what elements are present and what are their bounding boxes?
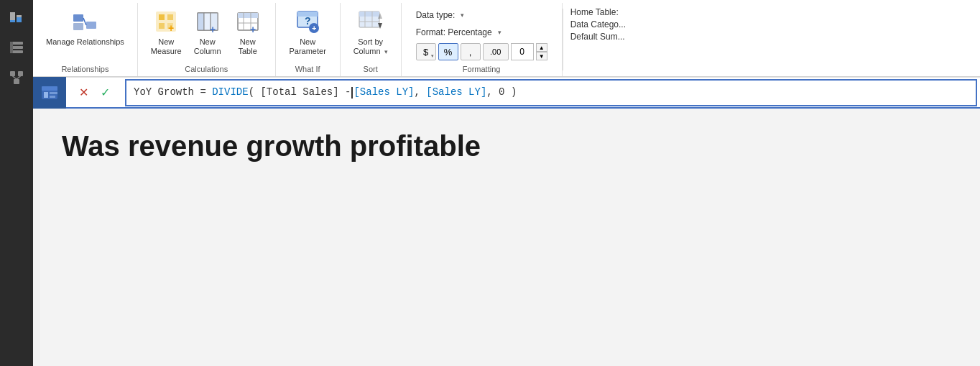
currency-symbol: $ — [423, 47, 428, 58]
ribbon: Manage Relationships Relationships — [33, 0, 980, 77]
svg-rect-2 — [10, 20, 15, 22]
decimal-spinner[interactable]: ▲ ▼ — [536, 43, 547, 60]
sort-by-column-label: Sort byColumn ▾ — [353, 37, 388, 56]
formula-bar: ✕ ✓ YoY Growth = DIVIDE( [Total Sales] -… — [33, 77, 980, 109]
comma-btn[interactable]: , — [461, 43, 481, 60]
ribbon-group-hometable: Home Table: Data Catego... Default Sum..… — [563, 3, 678, 76]
percent-btn[interactable]: % — [438, 43, 458, 60]
datatype-label: Data type: — [416, 10, 456, 20]
formatting-group-label: Formatting — [463, 63, 501, 76]
ribbon-group-formatting: Data type: ▾ Format: Percentage ▾ $ ▾ % — [402, 3, 563, 76]
calculations-group-label: Calculations — [185, 63, 228, 76]
decimal-places-input[interactable] — [511, 43, 534, 60]
formula-text: YoY Growth = DIVIDE( [Total Sales] -[Sal… — [134, 86, 517, 98]
new-column-btn[interactable]: + NewColumn — [189, 6, 226, 59]
svg-rect-18 — [159, 14, 165, 20]
sort-group-label: Sort — [364, 63, 378, 76]
model-view-icon[interactable] — [2, 63, 31, 92]
formula-bar-icon — [33, 77, 66, 109]
svg-rect-47 — [42, 86, 57, 91]
format-controls: $ ▾ % , .00 ▲ ▼ — [412, 42, 552, 62]
relationships-group-label: Relationships — [61, 63, 108, 76]
svg-text:+: + — [210, 24, 216, 33]
svg-text:+: + — [312, 24, 316, 32]
svg-line-11 — [13, 76, 17, 79]
svg-line-12 — [17, 76, 21, 79]
main-content: Manage Relationships Relationships — [33, 0, 980, 366]
report-view-icon[interactable] — [2, 3, 31, 32]
formula-actions: ✕ ✓ — [66, 83, 122, 103]
svg-rect-49 — [50, 92, 57, 94]
new-table-label: NewTable — [239, 37, 257, 56]
decimal-increment-btn[interactable]: ▲ — [536, 43, 547, 52]
svg-rect-15 — [73, 23, 83, 30]
svg-rect-48 — [44, 92, 48, 98]
whatif-group-label: What If — [295, 63, 320, 76]
formula-input[interactable]: YoY Growth = DIVIDE( [Total Sales] -[Sal… — [125, 79, 977, 106]
svg-text:+: + — [168, 22, 174, 33]
formula-fn3: [Sales LY] — [426, 86, 486, 98]
format-label: Format: Percentage — [416, 27, 492, 37]
comma-symbol: , — [469, 47, 472, 58]
datacategory-row: Data Catego... — [570, 19, 671, 29]
svg-rect-50 — [50, 96, 55, 98]
ribbon-group-whatif: ? + NewParameter What If — [276, 3, 341, 76]
datacategory-label: Data Catego... — [570, 19, 626, 29]
formula-cancel-btn[interactable]: ✕ — [73, 83, 93, 103]
decimal-btn[interactable]: .00 — [483, 43, 509, 60]
new-measure-icon: + — [153, 9, 179, 35]
canvas-title: Was revenue growth profitable — [62, 130, 951, 162]
format-row: Format: Percentage ▾ — [412, 24, 552, 39]
svg-rect-10 — [14, 79, 19, 84]
new-parameter-icon: ? + — [295, 9, 320, 35]
decimal-decrement-btn[interactable]: ▼ — [536, 52, 547, 60]
svg-text:+: + — [250, 24, 256, 33]
manage-relationships-btn[interactable]: Manage Relationships — [42, 6, 129, 50]
svg-rect-40 — [359, 12, 379, 17]
manage-relationships-label: Manage Relationships — [46, 37, 124, 47]
svg-rect-20 — [159, 23, 165, 29]
datatype-row: Data type: ▾ — [412, 7, 552, 22]
svg-rect-9 — [18, 71, 23, 76]
new-table-icon: + — [235, 9, 261, 35]
new-column-icon: + — [195, 9, 221, 35]
new-measure-label: NewMeasure — [151, 37, 182, 56]
decimal-symbol: .00 — [490, 47, 501, 56]
data-view-icon[interactable] — [2, 33, 31, 62]
svg-rect-13 — [73, 14, 83, 22]
ribbon-group-sort: Sort byColumn ▾ Sort — [341, 3, 402, 76]
datatype-dropdown-arrow[interactable]: ▾ — [461, 12, 464, 19]
svg-text:?: ? — [305, 15, 311, 27]
svg-rect-14 — [86, 22, 96, 29]
ribbon-group-calculations: + NewMeasure + — [138, 3, 276, 76]
svg-line-16 — [83, 18, 86, 25]
formula-fn2: [Sales LY] — [353, 86, 414, 98]
new-parameter-btn[interactable]: ? + NewParameter — [285, 6, 330, 59]
sidebar — [0, 0, 33, 366]
svg-rect-19 — [167, 14, 173, 20]
svg-rect-24 — [198, 13, 204, 30]
svg-rect-29 — [238, 13, 258, 18]
formula-fn: DIVIDE — [212, 86, 248, 98]
new-table-btn[interactable]: + NewTable — [229, 6, 267, 59]
formula-confirm-btn[interactable]: ✓ — [95, 83, 115, 103]
hometable-row: Home Table: — [570, 7, 671, 17]
svg-rect-8 — [10, 71, 15, 76]
defaultsum-row: Default Sum... — [570, 32, 671, 42]
new-column-label: NewColumn — [194, 37, 221, 56]
new-measure-btn[interactable]: + NewMeasure — [147, 6, 186, 59]
defaultsum-label: Default Sum... — [570, 32, 625, 42]
svg-rect-7 — [10, 42, 13, 53]
manage-relationships-icon — [72, 9, 98, 35]
sort-by-column-btn[interactable]: Sort byColumn ▾ — [349, 6, 392, 59]
svg-rect-3 — [17, 17, 22, 22]
format-dropdown-arrow[interactable]: ▾ — [498, 29, 501, 36]
sort-by-column-icon — [358, 9, 384, 35]
currency-btn[interactable]: $ ▾ — [416, 43, 436, 60]
ribbon-group-relationships: Manage Relationships Relationships — [33, 3, 138, 76]
percent-symbol: % — [444, 47, 453, 58]
canvas-area: Was revenue growth profitable — [33, 109, 980, 366]
new-parameter-label: NewParameter — [289, 37, 325, 56]
hometable-label: Home Table: — [570, 7, 619, 17]
